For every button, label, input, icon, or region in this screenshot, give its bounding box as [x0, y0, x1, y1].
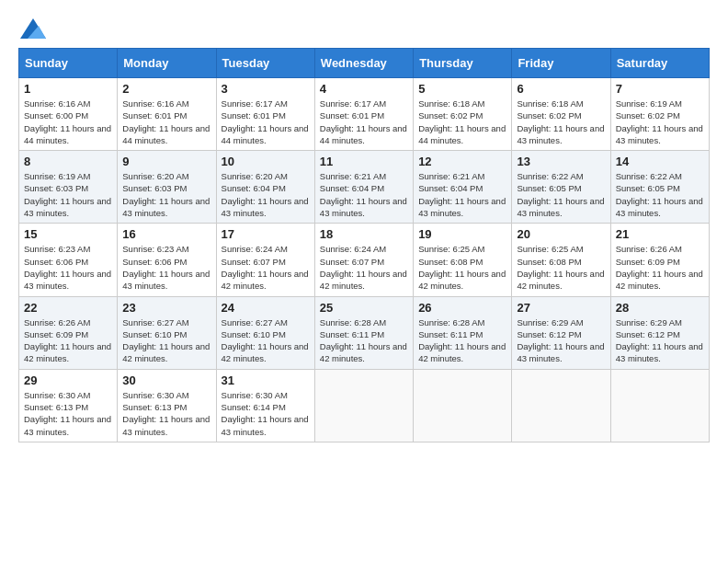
day-number: 16 [122, 227, 210, 241]
weekday-header-friday: Friday [512, 49, 610, 78]
calendar-week-row: 22Sunrise: 6:26 AMSunset: 6:09 PMDayligh… [19, 296, 710, 369]
weekday-header-wednesday: Wednesday [314, 49, 413, 78]
day-number: 1 [24, 82, 112, 96]
day-info: Sunrise: 6:23 AMSunset: 6:06 PMDaylight:… [24, 243, 112, 292]
day-info: Sunrise: 6:21 AMSunset: 6:04 PMDaylight:… [320, 170, 408, 219]
day-info: Sunrise: 6:17 AMSunset: 6:01 PMDaylight:… [320, 98, 408, 146]
weekday-header-sunday: Sunday [19, 49, 118, 78]
day-info: Sunrise: 6:20 AMSunset: 6:03 PMDaylight:… [122, 170, 210, 219]
day-number: 30 [122, 373, 210, 387]
calendar-cell: 20Sunrise: 6:25 AMSunset: 6:08 PMDayligh… [512, 224, 610, 296]
day-number: 5 [418, 82, 506, 96]
day-info: Sunrise: 6:29 AMSunset: 6:12 PMDaylight:… [517, 316, 605, 365]
weekday-header-monday: Monday [118, 49, 216, 78]
calendar-cell: 23Sunrise: 6:27 AMSunset: 6:10 PMDayligh… [118, 296, 216, 369]
day-number: 15 [24, 227, 112, 241]
day-number: 12 [418, 155, 506, 168]
day-info: Sunrise: 6:30 AMSunset: 6:14 PMDaylight:… [222, 389, 310, 438]
day-info: Sunrise: 6:30 AMSunset: 6:13 PMDaylight:… [122, 389, 210, 438]
calendar-cell: 24Sunrise: 6:27 AMSunset: 6:10 PMDayligh… [216, 296, 314, 369]
calendar-cell: 18Sunrise: 6:24 AMSunset: 6:07 PMDayligh… [314, 224, 413, 296]
calendar-cell: 19Sunrise: 6:25 AMSunset: 6:08 PMDayligh… [414, 224, 512, 296]
page-header [18, 18, 710, 39]
day-number: 6 [517, 82, 605, 96]
calendar-cell: 7Sunrise: 6:19 AMSunset: 6:02 PMDaylight… [610, 78, 709, 151]
day-number: 13 [517, 155, 605, 168]
calendar-cell: 29Sunrise: 6:30 AMSunset: 6:13 PMDayligh… [19, 369, 118, 442]
day-number: 22 [24, 301, 112, 315]
day-number: 8 [24, 155, 112, 168]
day-number: 19 [418, 227, 506, 241]
calendar-cell: 8Sunrise: 6:19 AMSunset: 6:03 PMDaylight… [19, 151, 118, 224]
calendar-cell: 26Sunrise: 6:28 AMSunset: 6:11 PMDayligh… [414, 296, 512, 369]
weekday-header-thursday: Thursday [414, 49, 512, 78]
calendar-week-row: 15Sunrise: 6:23 AMSunset: 6:06 PMDayligh… [19, 224, 710, 296]
day-number: 17 [222, 227, 310, 241]
day-info: Sunrise: 6:19 AMSunset: 6:03 PMDaylight:… [24, 170, 112, 219]
day-number: 20 [517, 227, 605, 241]
day-info: Sunrise: 6:19 AMSunset: 6:02 PMDaylight:… [616, 98, 704, 146]
day-info: Sunrise: 6:18 AMSunset: 6:02 PMDaylight:… [418, 98, 506, 146]
day-number: 31 [222, 373, 310, 387]
day-info: Sunrise: 6:26 AMSunset: 6:09 PMDaylight:… [616, 243, 704, 292]
calendar-cell: 25Sunrise: 6:28 AMSunset: 6:11 PMDayligh… [314, 296, 413, 369]
day-number: 25 [320, 301, 408, 315]
day-info: Sunrise: 6:22 AMSunset: 6:05 PMDaylight:… [616, 170, 704, 219]
day-info: Sunrise: 6:26 AMSunset: 6:09 PMDaylight:… [24, 316, 112, 365]
calendar-cell: 16Sunrise: 6:23 AMSunset: 6:06 PMDayligh… [118, 224, 216, 296]
calendar-cell: 10Sunrise: 6:20 AMSunset: 6:04 PMDayligh… [216, 151, 314, 224]
calendar-cell: 2Sunrise: 6:16 AMSunset: 6:01 PMDaylight… [118, 78, 216, 151]
day-info: Sunrise: 6:25 AMSunset: 6:08 PMDaylight:… [418, 243, 506, 292]
calendar-header-row: SundayMondayTuesdayWednesdayThursdayFrid… [19, 49, 710, 78]
calendar-week-row: 29Sunrise: 6:30 AMSunset: 6:13 PMDayligh… [19, 369, 710, 442]
day-info: Sunrise: 6:17 AMSunset: 6:01 PMDaylight:… [222, 98, 310, 146]
day-number: 26 [418, 301, 506, 315]
day-info: Sunrise: 6:30 AMSunset: 6:13 PMDaylight:… [24, 389, 112, 438]
day-info: Sunrise: 6:27 AMSunset: 6:10 PMDaylight:… [122, 316, 210, 365]
calendar-week-row: 1Sunrise: 6:16 AMSunset: 6:00 PMDaylight… [19, 78, 710, 151]
calendar-cell: 5Sunrise: 6:18 AMSunset: 6:02 PMDaylight… [414, 78, 512, 151]
weekday-header-tuesday: Tuesday [216, 49, 314, 78]
calendar-cell: 11Sunrise: 6:21 AMSunset: 6:04 PMDayligh… [314, 151, 413, 224]
calendar-cell: 9Sunrise: 6:20 AMSunset: 6:03 PMDaylight… [118, 151, 216, 224]
calendar-cell [414, 369, 512, 442]
calendar-cell: 6Sunrise: 6:18 AMSunset: 6:02 PMDaylight… [512, 78, 610, 151]
day-number: 4 [320, 82, 408, 96]
day-info: Sunrise: 6:21 AMSunset: 6:04 PMDaylight:… [418, 170, 506, 219]
day-info: Sunrise: 6:22 AMSunset: 6:05 PMDaylight:… [517, 170, 605, 219]
calendar-cell: 27Sunrise: 6:29 AMSunset: 6:12 PMDayligh… [512, 296, 610, 369]
day-info: Sunrise: 6:16 AMSunset: 6:00 PMDaylight:… [24, 98, 112, 146]
calendar-cell [512, 369, 610, 442]
calendar-cell: 1Sunrise: 6:16 AMSunset: 6:00 PMDaylight… [19, 78, 118, 151]
day-info: Sunrise: 6:20 AMSunset: 6:04 PMDaylight:… [222, 170, 310, 219]
day-number: 2 [122, 82, 210, 96]
day-number: 10 [222, 155, 310, 168]
calendar-cell: 4Sunrise: 6:17 AMSunset: 6:01 PMDaylight… [314, 78, 413, 151]
day-number: 7 [616, 82, 704, 96]
day-number: 9 [122, 155, 210, 168]
day-info: Sunrise: 6:25 AMSunset: 6:08 PMDaylight:… [517, 243, 605, 292]
weekday-header-saturday: Saturday [610, 49, 709, 78]
calendar-cell [314, 369, 413, 442]
calendar-table: SundayMondayTuesdayWednesdayThursdayFrid… [18, 48, 710, 442]
calendar-cell: 22Sunrise: 6:26 AMSunset: 6:09 PMDayligh… [19, 296, 118, 369]
logo [18, 18, 46, 39]
day-info: Sunrise: 6:29 AMSunset: 6:12 PMDaylight:… [616, 316, 704, 365]
day-info: Sunrise: 6:24 AMSunset: 6:07 PMDaylight:… [320, 243, 408, 292]
calendar-cell: 31Sunrise: 6:30 AMSunset: 6:14 PMDayligh… [216, 369, 314, 442]
day-info: Sunrise: 6:18 AMSunset: 6:02 PMDaylight:… [517, 98, 605, 146]
calendar-cell: 15Sunrise: 6:23 AMSunset: 6:06 PMDayligh… [19, 224, 118, 296]
day-info: Sunrise: 6:28 AMSunset: 6:11 PMDaylight:… [418, 316, 506, 365]
day-number: 21 [616, 227, 704, 241]
calendar-cell: 13Sunrise: 6:22 AMSunset: 6:05 PMDayligh… [512, 151, 610, 224]
day-number: 29 [24, 373, 112, 387]
day-number: 14 [616, 155, 704, 168]
day-number: 3 [222, 82, 310, 96]
day-info: Sunrise: 6:28 AMSunset: 6:11 PMDaylight:… [320, 316, 408, 365]
day-info: Sunrise: 6:24 AMSunset: 6:07 PMDaylight:… [222, 243, 310, 292]
day-number: 11 [320, 155, 408, 168]
day-info: Sunrise: 6:27 AMSunset: 6:10 PMDaylight:… [222, 316, 310, 365]
day-number: 23 [122, 301, 210, 315]
day-number: 27 [517, 301, 605, 315]
day-info: Sunrise: 6:16 AMSunset: 6:01 PMDaylight:… [122, 98, 210, 146]
